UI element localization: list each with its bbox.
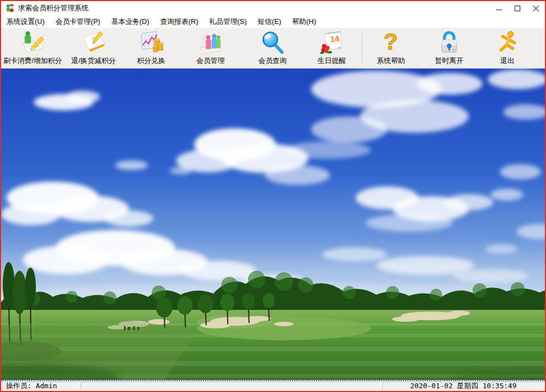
menu-bar: 系统设置(U) 会员卡管理(P) 基本业务(D) 查询报表(R) 礼品管理(S)…	[1, 15, 545, 28]
toolbar-return-exchange-button[interactable]: ? 退/换货减积分	[63, 29, 124, 67]
minimize-button[interactable]	[489, 1, 508, 15]
window-title: 求索会员积分管理系统	[18, 3, 89, 13]
person-writing-icon	[20, 29, 46, 55]
toolbar-member-management-button[interactable]: 会员管理	[178, 29, 243, 67]
status-bar: 操作员: Admin 2020-01-02 星期四 10:35:49	[1, 380, 545, 391]
title-bar: 求索会员积分管理系统	[1, 1, 545, 15]
svg-text:14: 14	[330, 34, 340, 44]
datetime-text: 2020-01-02 星期四 10:35:49	[410, 382, 517, 390]
calendar-14-icon: 14	[319, 29, 345, 55]
status-operator-panel: 操作员: Admin	[2, 382, 79, 390]
svg-text:?: ?	[383, 29, 398, 54]
app-logo-icon	[5, 4, 15, 13]
toolbar: 刷卡消费/增加积分 ? 退/换货减积分	[1, 28, 545, 68]
menu-query-reports[interactable]: 查询报表(R)	[156, 15, 202, 28]
close-button[interactable]	[526, 1, 545, 15]
status-datetime-panel: 2020-01-02 星期四 10:35:49	[382, 382, 544, 390]
minimize-icon	[496, 5, 502, 11]
toolbar-points-exchange-button[interactable]: 积分兑换	[124, 29, 178, 67]
running-man-icon	[494, 29, 520, 55]
menu-system-settings[interactable]: 系统设置(U)	[2, 15, 49, 28]
menu-basic-business[interactable]: 基本业务(D)	[107, 15, 153, 28]
menu-gift-management[interactable]: 礼品管理(S)	[204, 15, 251, 28]
toolbar-swipe-consume-button[interactable]: 刷卡消费/增加积分	[2, 29, 63, 67]
paper-pencil-question-icon: ?	[80, 29, 107, 55]
maximize-icon	[514, 5, 520, 11]
padlock-icon	[436, 29, 462, 55]
magnifier-icon	[259, 29, 286, 55]
menu-help[interactable]: 帮助(H)	[288, 15, 320, 28]
toolbar-label: 会员管理	[196, 56, 225, 66]
toolbar-label: 生日提醒	[318, 56, 346, 66]
menu-member-card[interactable]: 会员卡管理(P)	[51, 15, 104, 28]
chart-coins-icon	[138, 29, 164, 55]
toolbar-system-help-button[interactable]: ? 系统帮助	[363, 29, 419, 67]
close-icon	[533, 5, 539, 11]
toolbar-label: 退/换货减积分	[71, 56, 116, 66]
status-middle-panel	[80, 382, 381, 390]
question-mark-icon: ?	[378, 29, 404, 55]
golf-course-photo	[1, 69, 545, 381]
toolbar-exit-button[interactable]: 退出	[479, 29, 536, 67]
toolbar-label: 积分兑换	[137, 56, 165, 66]
maximize-button[interactable]	[508, 1, 526, 15]
toolbar-label: 系统帮助	[377, 56, 405, 66]
toolbar-label: 退出	[500, 56, 514, 66]
toolbar-separator	[362, 33, 362, 63]
app-window: 求索会员积分管理系统 系统设置(U) 会员卡管理(P) 基本业务(D) 查询报表…	[0, 0, 546, 392]
toolbar-label: 会员查询	[258, 56, 287, 66]
toolbar-member-query-button[interactable]: 会员查询	[243, 29, 302, 67]
toolbar-label: 刷卡消费/增加积分	[3, 56, 62, 66]
toolbar-temp-leave-button[interactable]: 暂时离开	[419, 29, 479, 67]
toolbar-label: 暂时离开	[435, 56, 463, 66]
people-group-icon	[197, 29, 224, 55]
desktop-wallpaper	[1, 69, 545, 381]
toolbar-birthday-reminder-button[interactable]: 14 生日提醒	[302, 29, 361, 67]
operator-text: 操作员: Admin	[6, 382, 57, 390]
menu-sms[interactable]: 短信(E)	[253, 15, 286, 28]
window-controls	[489, 1, 545, 15]
